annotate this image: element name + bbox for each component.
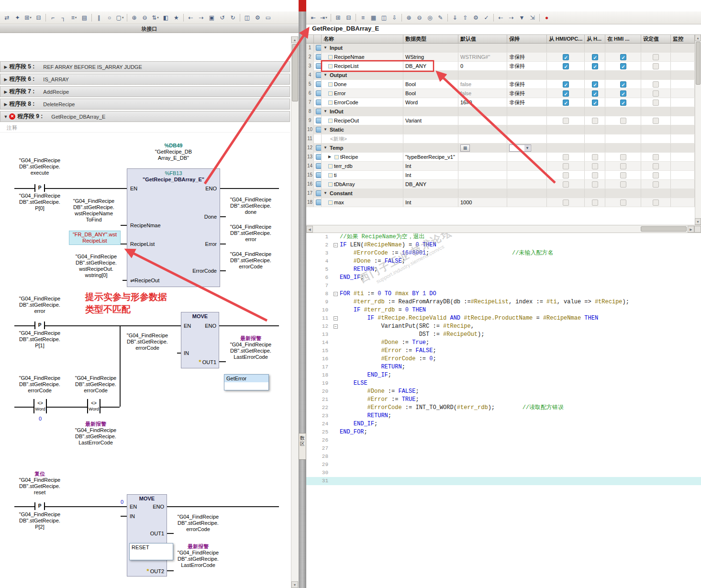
column-header[interactable]: 名称 bbox=[322, 35, 403, 43]
modify-operand-icon[interactable]: ⇄ bbox=[2, 13, 12, 23]
code-line-20[interactable]: 20 #Done := FALSE; bbox=[306, 388, 701, 396]
retain-cell[interactable]: 非保持 bbox=[507, 53, 547, 61]
checkbox-unchecked[interactable] bbox=[653, 90, 659, 97]
operand-p2[interactable]: "G04_FindRecipe DB".stGetRecipe. P[2] bbox=[8, 511, 72, 530]
code-line-5[interactable]: 5 RETURN; bbox=[306, 266, 701, 274]
checkbox-unchecked[interactable] bbox=[592, 200, 598, 206]
scrollbar-thumb[interactable] bbox=[641, 226, 687, 232]
checkbox-checked[interactable] bbox=[563, 90, 569, 97]
checkbox-checked[interactable] bbox=[592, 63, 598, 69]
retain-cell[interactable] bbox=[507, 134, 547, 143]
checkbox-unchecked[interactable] bbox=[653, 81, 659, 88]
code-line-26[interactable]: 26 bbox=[306, 436, 701, 444]
delete-network-icon[interactable]: ⊟ bbox=[33, 13, 44, 23]
checkbox-unchecked[interactable] bbox=[592, 181, 598, 188]
network-header-9[interactable]: ▼ ✕ 程序段 9 : GetRecipe_DBArray_E bbox=[0, 111, 290, 122]
data-type-cell[interactable]: Int bbox=[403, 198, 458, 207]
checkbox-checked[interactable] bbox=[620, 81, 626, 88]
column-header[interactable]: 数据类型 bbox=[403, 35, 458, 43]
table-row[interactable]: 10▼Static bbox=[306, 125, 695, 134]
data-type-cell[interactable] bbox=[403, 44, 458, 52]
p-contact-reset[interactable]: P bbox=[34, 502, 45, 510]
table-row[interactable]: 15tiInt bbox=[306, 171, 695, 180]
column-header[interactable]: 保持 bbox=[507, 35, 547, 43]
data-type-cell[interactable]: Bool bbox=[403, 89, 458, 98]
data-type-cell[interactable] bbox=[403, 144, 458, 152]
move-block-1[interactable]: MOVE EN ENO IN *OUT1 bbox=[181, 312, 219, 368]
code-line-8[interactable]: 8−FOR #ti := 0 TO #max BY 1 DO bbox=[306, 290, 701, 298]
insert-row-icon[interactable]: ≡▾ bbox=[69, 13, 79, 23]
collapse-triangle-icon[interactable]: ▶ bbox=[2, 77, 9, 82]
table-row[interactable]: 5DoneBoolfalse非保持 bbox=[306, 80, 695, 89]
checkbox-unchecked[interactable] bbox=[653, 54, 659, 60]
fold-collapse-icon[interactable]: − bbox=[334, 292, 338, 296]
insert-comment-icon[interactable]: ▤ bbox=[79, 13, 89, 23]
close-branch-icon[interactable]: ┐ bbox=[58, 13, 68, 23]
checkbox-unchecked[interactable] bbox=[563, 172, 569, 178]
scrollbar-thumb[interactable] bbox=[292, 44, 298, 101]
operand-recipelist-mismatch[interactable]: "FR_DB_ANY".wst RecipeList bbox=[69, 231, 121, 245]
checkbox-unchecked[interactable] bbox=[653, 200, 659, 206]
table-row[interactable]: 7ErrorCodeWord16#0非保持 bbox=[306, 98, 695, 107]
keep-actual-values-icon[interactable]: ≡ bbox=[358, 13, 368, 23]
compare-contact-1[interactable]: <> Word bbox=[33, 399, 47, 413]
checkbox-checked[interactable] bbox=[563, 54, 569, 60]
code-line-4[interactable]: 4 #Done := FALSE; bbox=[306, 257, 701, 266]
checkbox-checked[interactable] bbox=[620, 100, 626, 106]
section-collapse-icon[interactable]: ▼ bbox=[323, 125, 328, 134]
retain-cell[interactable] bbox=[507, 107, 547, 116]
download-icon[interactable]: ⇓ bbox=[450, 13, 460, 23]
table-row[interactable]: 8▼InOut bbox=[306, 107, 695, 116]
code-line-1[interactable]: 1//如果 RecipeName为空，退出 bbox=[306, 233, 701, 241]
lock-icon[interactable]: ● bbox=[542, 13, 552, 23]
data-type-cell[interactable]: Variant bbox=[403, 116, 458, 125]
column-header[interactable]: 在 HMI ... bbox=[605, 35, 641, 43]
column-header[interactable]: 从 HMI/OPC... bbox=[547, 35, 585, 43]
default-value-cell[interactable] bbox=[458, 153, 507, 161]
pin-out1[interactable]: OUT1 bbox=[150, 531, 164, 537]
reset-autocomplete[interactable]: RESET bbox=[129, 543, 173, 560]
code-line-2[interactable]: 2−IF LEN(#RecipeNmae) = 0 THEN bbox=[306, 241, 701, 249]
section-collapse-icon[interactable]: ▼ bbox=[323, 44, 328, 52]
consistency-check-icon[interactable]: ✓ bbox=[481, 13, 491, 23]
column-header[interactable]: 从 H... bbox=[585, 35, 605, 43]
insert-network-icon[interactable]: ⊞▾ bbox=[23, 13, 33, 23]
collapse-triangle-icon[interactable]: ▶ bbox=[2, 65, 9, 69]
default-value-widget-button[interactable]: ▦ bbox=[460, 144, 470, 152]
code-line-16[interactable]: 16 #ErrorCode := 0; bbox=[306, 355, 701, 363]
checkbox-unchecked[interactable] bbox=[620, 200, 626, 206]
data-type-cell[interactable] bbox=[403, 107, 458, 116]
name-cell[interactable]: ▶tRecipe bbox=[322, 153, 403, 161]
name-cell[interactable]: RecipeOut bbox=[322, 116, 403, 125]
checkbox-unchecked[interactable] bbox=[620, 163, 626, 169]
splitter-tab[interactable]: 数 区 bbox=[299, 433, 306, 460]
name-cell[interactable]: ▼Constant bbox=[322, 189, 403, 198]
default-value-cell[interactable]: ▦ bbox=[458, 144, 507, 152]
table-row[interactable]: 4▼Output bbox=[306, 71, 695, 80]
code-line-28[interactable]: 28 bbox=[306, 453, 701, 461]
expand-all-icon[interactable]: ⊕ bbox=[404, 13, 414, 23]
move-block-2[interactable]: MOVE EN ENO IN OUT1 *OUT2 bbox=[127, 494, 167, 577]
default-value-cell[interactable] bbox=[458, 134, 507, 143]
checkbox-checked[interactable] bbox=[620, 54, 626, 60]
absolute-symbolic-icon[interactable]: ⇅▾ bbox=[150, 13, 160, 23]
pin-out1[interactable]: *OUT1 bbox=[199, 359, 216, 366]
expand-struct-icon[interactable]: ▶ bbox=[328, 153, 333, 161]
operand-cmp1[interactable]: "G04_FindRecipe DB".stGetRecipe. errorCo… bbox=[8, 375, 72, 394]
scroll-down-icon[interactable]: ▼ bbox=[695, 218, 701, 225]
add-row-icon[interactable]: ⊞ bbox=[333, 13, 343, 23]
header-spacer[interactable] bbox=[314, 35, 322, 43]
move2-in-constant[interactable]: 0 bbox=[110, 499, 123, 505]
checkbox-unchecked[interactable] bbox=[563, 200, 569, 206]
code-line-7[interactable]: 7 bbox=[306, 282, 701, 290]
data-type-cell[interactable]: WString bbox=[403, 53, 458, 61]
name-cell[interactable]: ErrorCode bbox=[322, 98, 403, 107]
checkbox-unchecked[interactable] bbox=[620, 172, 626, 178]
table-row[interactable]: 16tDbArrayDB_ANY bbox=[306, 180, 695, 189]
table-row[interactable]: 3RecipeListDB_ANY0非保持 bbox=[306, 62, 695, 71]
pin-out2[interactable]: *OUT2 bbox=[147, 568, 164, 575]
checkbox-checked[interactable] bbox=[592, 100, 598, 106]
operand-p1[interactable]: "G04_FindRecipe DB".stGetRecipe. P[1] bbox=[8, 330, 72, 349]
retain-cell[interactable] bbox=[507, 189, 547, 198]
pin-errorcode[interactable]: ErrorCode bbox=[192, 268, 217, 274]
